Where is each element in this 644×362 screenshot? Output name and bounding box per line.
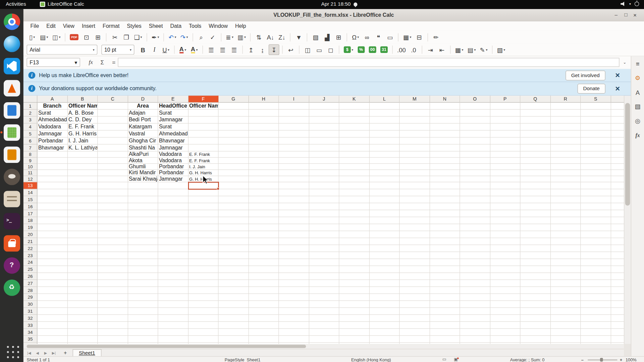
cell[interactable]: [550, 280, 581, 287]
cell[interactable]: [339, 152, 369, 158]
cell[interactable]: [520, 329, 550, 336]
cell[interactable]: E. F. Frank: [188, 158, 218, 164]
cell[interactable]: [249, 210, 279, 217]
cell[interactable]: [67, 238, 98, 245]
cell[interactable]: [460, 259, 490, 266]
cell[interactable]: [490, 308, 520, 315]
cell[interactable]: [399, 196, 430, 203]
cell[interactable]: [188, 315, 218, 322]
cell[interactable]: [67, 315, 98, 322]
cell[interactable]: [37, 294, 67, 301]
cell[interactable]: [581, 144, 611, 152]
cell[interactable]: [490, 103, 520, 110]
cell[interactable]: [67, 245, 98, 252]
cell[interactable]: Sarai Khwaja: [128, 176, 158, 182]
cell[interactable]: [249, 124, 279, 131]
cell[interactable]: [67, 308, 98, 315]
cell[interactable]: [460, 287, 490, 294]
paste-dropdown-arrow[interactable]: ▾: [141, 35, 142, 39]
cell[interactable]: [550, 259, 581, 266]
horizontal-scrollbar[interactable]: [23, 344, 624, 349]
cell[interactable]: [67, 164, 98, 170]
dock-item-files[interactable]: [3, 191, 20, 207]
cell[interactable]: [490, 110, 520, 117]
cell[interactable]: [460, 301, 490, 308]
cell[interactable]: Vadodara: [158, 158, 188, 164]
cell[interactable]: [399, 301, 430, 308]
cell[interactable]: [188, 322, 218, 329]
cell[interactable]: [67, 176, 98, 182]
cell[interactable]: [98, 231, 128, 238]
cell[interactable]: [158, 294, 188, 301]
column-header-H[interactable]: H: [249, 96, 279, 103]
row-header-33[interactable]: 33: [23, 322, 38, 329]
cell[interactable]: [98, 308, 128, 315]
cell[interactable]: [399, 130, 430, 137]
cell[interactable]: [430, 130, 460, 137]
highlighting-color-button[interactable]: A▾: [189, 44, 200, 55]
cell[interactable]: [550, 224, 581, 231]
cell[interactable]: [279, 273, 309, 280]
cell[interactable]: [460, 152, 490, 158]
cell[interactable]: [158, 266, 188, 273]
cell[interactable]: [98, 117, 128, 124]
donate-button[interactable]: Donate: [577, 84, 605, 94]
sheet-tab-sheet1[interactable]: Sheet1: [73, 349, 101, 357]
cell[interactable]: [339, 280, 369, 287]
cell[interactable]: [430, 103, 460, 110]
cell[interactable]: [128, 266, 158, 273]
row-header-34[interactable]: 34: [23, 329, 38, 336]
column-header-M[interactable]: M: [399, 96, 430, 103]
cell[interactable]: [490, 224, 520, 231]
cell[interactable]: [309, 245, 339, 252]
name-box[interactable]: F13 ▾: [27, 58, 80, 67]
cell[interactable]: [37, 158, 67, 164]
cell[interactable]: [67, 252, 98, 259]
cell[interactable]: [520, 182, 550, 189]
cell[interactable]: [430, 170, 460, 176]
cell[interactable]: [98, 224, 128, 231]
cell[interactable]: [128, 294, 158, 301]
cell[interactable]: [309, 315, 339, 322]
cell[interactable]: [279, 238, 309, 245]
cell[interactable]: [550, 245, 581, 252]
border-style-dropdown-arrow[interactable]: ▾: [474, 48, 476, 52]
cell[interactable]: [249, 158, 279, 164]
cell[interactable]: [128, 182, 158, 189]
cell[interactable]: [581, 273, 611, 280]
add-decimal-place-button[interactable]: .00: [395, 44, 407, 55]
cell[interactable]: [37, 315, 67, 322]
cell[interactable]: [249, 245, 279, 252]
cell[interactable]: [369, 137, 399, 144]
cell[interactable]: [339, 164, 369, 170]
cell[interactable]: [128, 189, 158, 196]
cell[interactable]: [430, 124, 460, 131]
cell[interactable]: Ghumli: [128, 164, 158, 170]
cell[interactable]: [399, 189, 430, 196]
cell[interactable]: [550, 217, 581, 224]
cell[interactable]: [520, 273, 550, 280]
cell[interactable]: [279, 110, 309, 117]
column-header-D[interactable]: D: [128, 96, 158, 103]
border-style-button[interactable]: ▤▾: [466, 44, 478, 55]
cell[interactable]: [279, 224, 309, 231]
cell[interactable]: [550, 287, 581, 294]
cell[interactable]: [369, 152, 399, 158]
cell[interactable]: [309, 252, 339, 259]
cell[interactable]: [520, 176, 550, 182]
cell[interactable]: [399, 110, 430, 117]
cell[interactable]: [98, 182, 128, 189]
cell[interactable]: [399, 280, 430, 287]
cell[interactable]: [339, 137, 369, 144]
autofilter-button[interactable]: ▼: [293, 32, 304, 43]
cell[interactable]: [490, 322, 520, 329]
cell[interactable]: [430, 117, 460, 124]
cell[interactable]: Jamnagar: [158, 176, 188, 182]
cell[interactable]: [550, 110, 581, 117]
cell[interactable]: [218, 217, 249, 224]
cell[interactable]: [249, 164, 279, 170]
cell[interactable]: [37, 176, 67, 182]
cell[interactable]: [98, 124, 128, 131]
cell[interactable]: [399, 245, 430, 252]
cell[interactable]: [188, 336, 218, 343]
